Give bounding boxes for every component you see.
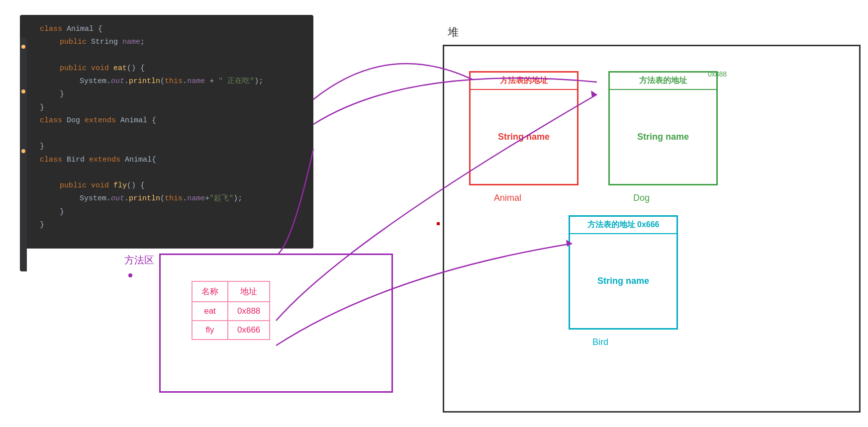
table-row-eat: eat 0x888 <box>192 302 270 321</box>
heap-label: 堆 <box>448 25 459 40</box>
code-line-9 <box>40 127 303 140</box>
bird-class-label: Bird <box>592 337 608 347</box>
code-line-8: class Dog extends Animal { <box>40 114 303 127</box>
gutter-dot-3 <box>21 149 25 153</box>
code-line-16: } <box>40 219 303 232</box>
dog-object-box: 方法表的地址 String name <box>608 71 718 185</box>
table-cell-eat-name: eat <box>192 302 228 321</box>
dog-class-label: Dog <box>633 193 650 203</box>
animal-class-label: Animal <box>494 193 521 203</box>
table-cell-fly-addr: 0x666 <box>228 321 270 340</box>
code-line-6: } <box>40 88 303 101</box>
center-dot <box>437 222 440 225</box>
method-area-dot <box>128 273 132 277</box>
dog-field: String name <box>610 90 716 184</box>
bird-object-box: 方法表的地址 0x666 String name <box>569 215 678 330</box>
table-header-name: 名称 <box>192 281 228 302</box>
bird-vtable: 方法表的地址 0x666 <box>570 217 676 234</box>
code-line-15: } <box>40 206 303 219</box>
code-panel: class Animal { public String name; publi… <box>20 15 313 249</box>
table-row-fly: fly 0x666 <box>192 321 270 340</box>
gutter-dot-1 <box>21 45 25 49</box>
code-line-5: System.out.println(this.name + " 正在吃"); <box>40 75 303 88</box>
code-line-10: } <box>40 140 303 153</box>
code-gutter <box>20 38 27 271</box>
code-line-12 <box>40 167 303 179</box>
code-line-1: class Animal { <box>40 23 303 36</box>
animal-vtable: 方法表的地址 <box>471 73 577 90</box>
code-line-2: public String name; <box>40 36 303 49</box>
method-table: 名称 地址 eat 0x888 fly 0x666 <box>192 281 270 340</box>
code-line-7: } <box>40 101 303 114</box>
animal-field: String name <box>471 90 577 184</box>
table-cell-fly-name: fly <box>192 321 228 340</box>
table-header-addr: 地址 <box>228 281 270 302</box>
code-line-11: class Bird extends Animal{ <box>40 154 303 167</box>
heap-section: 方法表的地址 String name Animal 方法表的地址 String … <box>443 45 861 413</box>
code-line-14: System.out.println(this.name+"起飞"); <box>40 192 303 205</box>
animal-object-box: 方法表的地址 String name <box>469 71 579 185</box>
dog-vtable: 方法表的地址 <box>610 73 716 90</box>
code-line-13: public void fly() { <box>40 179 303 192</box>
method-area-label: 方法区 <box>124 254 154 267</box>
code-line-3 <box>40 49 303 62</box>
dog-addr-label: 0x888 <box>708 70 727 78</box>
gutter-dot-2 <box>21 89 25 93</box>
table-cell-eat-addr: 0x888 <box>228 302 270 321</box>
code-line-4: public void eat() { <box>40 62 303 75</box>
bird-field: String name <box>570 234 676 328</box>
